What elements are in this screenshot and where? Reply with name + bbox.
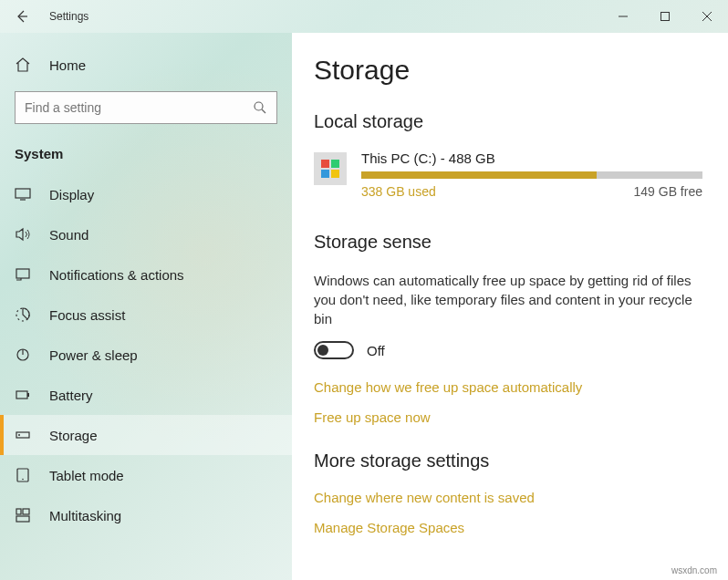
minimize-button[interactable] (602, 0, 644, 33)
sidebar-item-notifications[interactable]: Notifications & actions (0, 254, 292, 295)
svg-rect-18 (331, 170, 339, 178)
more-storage-heading: More storage settings (314, 451, 702, 471)
svg-rect-13 (23, 509, 29, 514)
svg-rect-0 (661, 13, 670, 21)
drive-stats: 338 GB used 149 GB free (361, 184, 702, 199)
svg-rect-15 (321, 160, 329, 168)
storage-sense-toggle[interactable] (314, 341, 354, 359)
sidebar-item-label: Notifications & actions (49, 267, 184, 283)
maximize-icon (660, 12, 670, 21)
sidebar-item-sound[interactable]: Sound (0, 214, 292, 254)
window-controls (602, 0, 728, 33)
titlebar: Settings (0, 0, 728, 33)
toggle-knob (317, 345, 328, 356)
sidebar-item-battery[interactable]: Battery (0, 375, 292, 415)
sidebar-item-label: Display (49, 187, 94, 202)
drive-icon (314, 152, 347, 185)
maximize-button[interactable] (644, 0, 686, 33)
svg-rect-16 (331, 160, 339, 168)
search-box[interactable] (15, 91, 277, 124)
sound-icon (15, 226, 31, 243)
sidebar-item-display[interactable]: Display (0, 174, 292, 214)
toggle-state-label: Off (367, 343, 385, 358)
power-icon (15, 347, 31, 363)
search-icon (253, 100, 267, 115)
sidebar-item-label: Tablet mode (49, 468, 124, 483)
sidebar-item-focus-assist[interactable]: Focus assist (0, 295, 292, 335)
local-storage-heading: Local storage (314, 111, 702, 132)
storage-sense-toggle-row: Off (314, 341, 702, 359)
sidebar-item-label: Battery (49, 388, 93, 403)
svg-rect-3 (16, 269, 29, 278)
window-title: Settings (49, 10, 88, 23)
link-manage-storage-spaces[interactable]: Manage Storage Spaces (314, 520, 702, 535)
drive-usage-bar (361, 171, 702, 179)
svg-rect-14 (16, 516, 29, 522)
drive-row[interactable]: This PC (C:) - 488 GB 338 GB used 149 GB… (314, 150, 702, 199)
link-change-where-saved[interactable]: Change where new content is saved (314, 490, 702, 505)
sidebar-item-label: Focus assist (49, 307, 125, 323)
more-storage-section: More storage settings Change where new c… (314, 451, 702, 535)
home-nav[interactable]: Home (0, 47, 292, 82)
sidebar-item-label: Sound (49, 227, 88, 243)
svg-rect-17 (321, 170, 329, 178)
sidebar: Home System Display Sound Notifications … (0, 33, 292, 580)
svg-point-9 (18, 434, 20, 436)
page-title: Storage (314, 55, 702, 86)
drive-free-text: 149 GB free (634, 184, 703, 199)
content-pane: Storage Local storage This PC (C:) - 488… (292, 33, 728, 580)
back-button[interactable] (0, 0, 44, 33)
svg-rect-6 (16, 391, 27, 399)
search-input[interactable] (25, 100, 253, 115)
link-free-up-now[interactable]: Free up space now (314, 409, 702, 425)
drive-info: This PC (C:) - 488 GB 338 GB used 149 GB… (361, 150, 702, 199)
sidebar-item-label: Power & sleep (49, 347, 138, 363)
svg-rect-2 (16, 189, 30, 198)
minimize-icon (619, 12, 628, 21)
watermark: wsxdn.com (668, 564, 721, 576)
storage-sense-heading: Storage sense (314, 232, 702, 253)
svg-point-1 (255, 102, 263, 110)
storage-icon (15, 427, 31, 443)
tablet-icon (15, 467, 31, 483)
focus-assist-icon (15, 306, 31, 323)
drive-usage-fill (361, 171, 597, 179)
sidebar-item-power-sleep[interactable]: Power & sleep (0, 335, 292, 375)
svg-point-11 (22, 479, 24, 481)
section-label: System (0, 137, 292, 174)
multitasking-icon (15, 507, 31, 523)
home-label: Home (49, 57, 86, 73)
drive-used-text: 338 GB used (361, 184, 436, 199)
link-change-free-up[interactable]: Change how we free up space automaticall… (314, 379, 702, 395)
close-icon (702, 12, 712, 21)
drive-name: This PC (C:) - 488 GB (361, 150, 702, 166)
arrow-left-icon (15, 9, 29, 24)
svg-rect-7 (27, 393, 29, 397)
close-button[interactable] (686, 0, 728, 33)
home-icon (15, 57, 31, 73)
display-icon (15, 186, 31, 202)
main-container: Home System Display Sound Notifications … (0, 33, 728, 580)
sidebar-item-storage[interactable]: Storage (0, 415, 292, 455)
sidebar-item-label: Storage (49, 428, 98, 443)
sidebar-item-multitasking[interactable]: Multitasking (0, 495, 292, 535)
notifications-icon (15, 266, 31, 283)
sidebar-item-label: Multitasking (49, 508, 121, 523)
battery-icon (15, 387, 31, 403)
storage-sense-description: Windows can automatically free up space … (314, 271, 702, 328)
svg-rect-12 (16, 509, 21, 514)
sidebar-item-tablet-mode[interactable]: Tablet mode (0, 455, 292, 495)
